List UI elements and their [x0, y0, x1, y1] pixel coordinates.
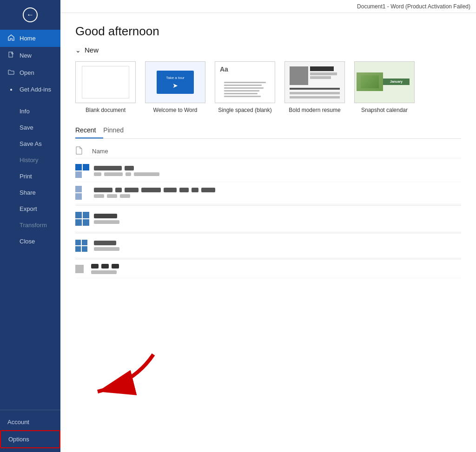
addins-icon: ●	[7, 87, 15, 92]
greeting: Good afternoon	[60, 13, 476, 46]
template-resume-thumb	[284, 61, 345, 103]
file-item-4[interactable]	[75, 234, 461, 258]
file-4-sub	[94, 247, 119, 251]
sidebar-item-share[interactable]: Share	[0, 184, 60, 201]
cal-month-label: January	[390, 80, 403, 83]
sidebar-item-print[interactable]: Print	[0, 168, 60, 184]
template-resume[interactable]: Bold modern resume	[284, 61, 345, 113]
sidebar-item-export-label: Export	[20, 205, 37, 212]
templates-row: Blank document Take a tour ➤ Welcome to …	[75, 61, 461, 113]
cal-image	[357, 72, 383, 91]
template-single-label: Single spaced (blank)	[218, 107, 271, 113]
file-5-meta	[91, 264, 461, 274]
file-3-title	[94, 214, 117, 218]
cal-grid	[410, 79, 412, 86]
file-5-icon	[75, 265, 84, 273]
sidebar-item-save[interactable]: Save	[0, 119, 60, 136]
file-2-sub-1	[94, 194, 104, 198]
welcome-arrow-icon: ➤	[172, 82, 178, 89]
sidebar-item-close-label: Close	[20, 238, 35, 245]
file-4-meta	[94, 241, 461, 251]
sidebar-item-saveas[interactable]: Save As	[0, 136, 60, 152]
sidebar-item-new[interactable]: New	[0, 47, 60, 64]
file-2-meta	[94, 188, 461, 198]
sidebar-item-history-label: History	[20, 157, 38, 164]
sidebar-item-transform-label: Transform	[20, 222, 47, 229]
sidebar-item-info-label: Info	[20, 108, 30, 115]
sidebar-bottom: Account Options	[0, 410, 60, 452]
file-4-icon	[75, 240, 90, 252]
template-resume-label: Bold modern resume	[289, 107, 340, 113]
tab-pinned[interactable]: Pinned	[103, 123, 131, 138]
file-3-sub-row	[94, 220, 461, 224]
titlebar-text: Document1 - Word (Product Activation Fai…	[357, 3, 470, 10]
file-2-sub-row	[94, 194, 461, 198]
welcome-text: Take a tour	[166, 76, 185, 80]
file-2-title-6	[179, 188, 189, 192]
template-welcome[interactable]: Take a tour ➤ Welcome to Word	[145, 61, 205, 113]
file-4-sub-row	[94, 247, 461, 251]
file-1-icon	[75, 164, 90, 178]
recent-section: Recent Pinned Name	[60, 123, 476, 452]
sidebar-item-export[interactable]: Export	[0, 201, 60, 217]
file-1-title-block-1	[94, 166, 122, 170]
sidebar-item-open[interactable]: Open	[0, 64, 60, 81]
file-2-title-1	[94, 188, 112, 192]
sidebar-item-home[interactable]: Home	[0, 30, 60, 47]
template-calendar-label: Snapshot calendar	[361, 107, 408, 113]
sidebar-item-save-label: Save	[20, 124, 33, 131]
sidebar-item-account[interactable]: Account	[0, 414, 60, 430]
file-1-title-block-2	[125, 166, 134, 170]
sidebar-item-options-label: Options	[8, 436, 29, 443]
file-1-sub-2	[104, 172, 123, 176]
svg-rect-0	[9, 52, 13, 57]
tab-recent[interactable]: Recent	[75, 123, 103, 138]
file-1-sub-row	[94, 172, 461, 176]
new-chevron-icon: ⌄	[75, 46, 81, 54]
file-separator-1	[75, 205, 461, 205]
template-single[interactable]: Aa Single spaced (blank)	[215, 61, 275, 113]
template-blank-label: Blank document	[86, 107, 126, 113]
file-item-2[interactable]	[75, 182, 461, 204]
file-list-header: Name	[75, 144, 461, 158]
file-4-title-row	[94, 241, 461, 245]
new-label: New	[85, 46, 99, 54]
home-icon	[7, 34, 15, 42]
single-aa-icon: Aa	[220, 66, 228, 73]
sidebar-item-close[interactable]: Close	[0, 233, 60, 249]
back-button[interactable]: ←	[0, 0, 60, 30]
file-5-title-3	[112, 264, 119, 269]
cal-header: January	[383, 79, 410, 85]
template-welcome-thumb: Take a tour ➤	[145, 61, 205, 103]
recent-tabs: Recent Pinned	[75, 123, 461, 139]
file-2-title-7	[192, 188, 198, 192]
sidebar-item-options[interactable]: Options	[0, 430, 60, 448]
file-2-title-5	[164, 188, 177, 192]
main-content: Document1 - Word (Product Activation Fai…	[60, 0, 476, 452]
file-2-title-row	[94, 188, 461, 192]
template-calendar-thumb: January	[354, 61, 415, 103]
sidebar: ← Home New	[0, 0, 60, 452]
titlebar: Document1 - Word (Product Activation Fai…	[60, 0, 476, 13]
single-lines	[224, 82, 266, 97]
file-item-3[interactable]	[75, 206, 461, 232]
file-icon-col-header	[75, 146, 92, 156]
file-5-title-1	[91, 264, 99, 269]
sidebar-item-transform: Transform	[0, 217, 60, 233]
sidebar-item-saveas-label: Save As	[20, 140, 42, 147]
template-calendar[interactable]: January Snapshot calendar	[354, 61, 415, 113]
file-2-title-2	[115, 188, 122, 192]
sidebar-item-info[interactable]: Info	[0, 103, 60, 119]
template-welcome-label: Welcome to Word	[153, 107, 198, 113]
sidebar-item-home-label: Home	[20, 35, 36, 42]
file-5-title-row	[91, 264, 461, 269]
template-blank[interactable]: Blank document	[75, 61, 136, 113]
file-item-1[interactable]	[75, 160, 461, 182]
sidebar-item-addins[interactable]: ● Get Add-ins	[0, 81, 60, 98]
file-1-sub-1	[94, 172, 101, 176]
file-3-sub	[94, 220, 119, 224]
file-1-title-row	[94, 166, 461, 170]
back-circle-icon: ←	[23, 7, 38, 22]
file-item-5[interactable]	[75, 260, 461, 278]
file-2-title-8	[201, 188, 215, 192]
